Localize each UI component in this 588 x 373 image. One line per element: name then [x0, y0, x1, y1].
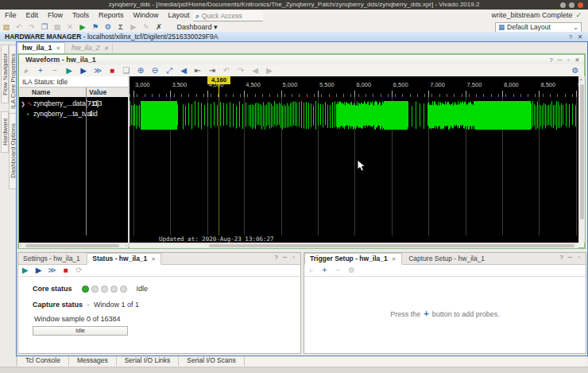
tab-serial-io-links[interactable]: Serial I/O Links: [117, 356, 180, 366]
scroll-thumb[interactable]: [580, 84, 584, 220]
trigger-marker-label[interactable]: 4,160: [207, 76, 230, 84]
help-icon[interactable]: ?: [566, 33, 575, 42]
ruler-tick-label: 5,000: [283, 81, 298, 88]
tab-hw-ila-1[interactable]: hw_ila_1✕: [17, 42, 65, 54]
auto-retrigger-icon[interactable]: ≫: [45, 264, 59, 276]
zoom-in-icon[interactable]: ⊕: [133, 64, 148, 76]
tab-status[interactable]: Status - hw_ila_1✕: [87, 253, 161, 265]
close-icon[interactable]: ✕: [151, 256, 156, 262]
export-data-icon[interactable]: ❏: [119, 64, 133, 76]
maximize-icon[interactable]: ▫: [289, 253, 298, 262]
waveform-ruler[interactable]: 4,160 3,0003,5004,0004,5005,0005,5006,00…: [130, 76, 578, 97]
zoom-out-icon[interactable]: ⊖: [148, 64, 162, 76]
remove-signal-icon[interactable]: −: [48, 64, 62, 76]
scroll-thumb[interactable]: [25, 244, 119, 247]
maximize-icon[interactable]: ▫: [574, 253, 583, 262]
ruler-major-tick: [502, 91, 503, 97]
redo-icon: ↷: [25, 21, 38, 32]
settings-icon[interactable]: ⚙: [102, 21, 114, 32]
pane-splitter[interactable]: [128, 76, 130, 247]
column-divider[interactable]: [86, 87, 87, 235]
open-project-icon[interactable]: ▤: [0, 21, 13, 32]
waveform-vscrollbar[interactable]: ▴: [578, 76, 585, 243]
cancel-icon[interactable]: ✗: [153, 21, 165, 32]
menu-window[interactable]: Window: [129, 10, 164, 21]
run-trigger-icon[interactable]: ▶: [18, 264, 32, 276]
add-signal-icon[interactable]: +: [33, 64, 48, 76]
chevron-down-icon: ▾: [214, 23, 218, 31]
copy-icon[interactable]: ❐: [38, 21, 51, 32]
help-icon[interactable]: ?: [557, 253, 566, 262]
waveform-hscrollbar[interactable]: [130, 243, 578, 248]
ruler-tick-label: 4,500: [246, 81, 261, 88]
menu-file[interactable]: File: [0, 10, 21, 21]
status-toolbar-icons: ▶▶≫■⟳: [18, 266, 86, 274]
tab-capture-setup[interactable]: Capture Setup - hw_ila_1: [404, 254, 489, 264]
auto-retrigger-icon[interactable]: ≫: [91, 64, 105, 76]
tab-label: Trigger Setup - hw_ila_1: [310, 254, 388, 262]
run-trigger-icon[interactable]: ▶: [62, 64, 76, 76]
help-icon[interactable]: ?: [272, 253, 280, 262]
find-icon[interactable]: ⌕: [19, 64, 33, 76]
close-icon[interactable]: ✕: [392, 256, 397, 262]
ruler-tick-label: 5,500: [319, 81, 335, 88]
report-icon[interactable]: Σ: [114, 21, 127, 32]
close-icon[interactable]: ✕: [103, 45, 108, 51]
add-probe-icon[interactable]: +: [318, 264, 331, 276]
minimize-icon[interactable]: ─: [566, 253, 574, 262]
tab-serial-io-scans[interactable]: Serial I/O Scans: [179, 356, 244, 366]
tab-messages[interactable]: Messages: [69, 356, 117, 366]
window-close-button[interactable]: [578, 2, 583, 8]
window-minimize-button[interactable]: [560, 2, 566, 8]
menu-flow[interactable]: Flow: [43, 10, 68, 21]
scroll-thumb[interactable]: [209, 244, 574, 247]
core-status-dot: [120, 286, 127, 293]
run-icon[interactable]: ▶: [76, 21, 89, 32]
waveform-options-icon[interactable]: ⚙: [568, 64, 582, 76]
signal-name: zynqberry_...ta_tvalid: [33, 109, 98, 119]
value-column-header[interactable]: Value: [89, 87, 106, 97]
minimize-icon[interactable]: ─: [280, 253, 289, 262]
signal-value: -113: [89, 99, 102, 109]
stop-trigger-icon[interactable]: ■: [105, 64, 119, 76]
goto-last-icon[interactable]: ⇥: [205, 64, 219, 76]
menu-edit[interactable]: Edit: [21, 10, 44, 21]
goto-cursor-icon[interactable]: ◀: [176, 64, 191, 76]
dashboard-dropdown[interactable]: Dashboard ▾: [177, 23, 218, 31]
sidebar-tab-dashboard-options[interactable]: Dashboard Options: [9, 113, 17, 189]
name-column-header[interactable]: Name: [32, 87, 50, 97]
quick-access-search[interactable]: ⌕Quick Access: [193, 11, 263, 21]
scroll-right-icon[interactable]: ›: [126, 243, 127, 248]
tab-trigger-setup[interactable]: Trigger Setup - hw_ila_1✕: [304, 253, 402, 265]
ruler-tick-label: 6,500: [393, 81, 408, 88]
sidebar-tab-flow-navigator[interactable]: Flow Navigator: [1, 45, 9, 103]
scroll-up-icon[interactable]: ▴: [580, 76, 582, 81]
program-device-icon[interactable]: ⚑: [89, 21, 102, 32]
tab-tcl-console[interactable]: Tcl Console: [17, 356, 69, 366]
sidebar-tab-ila-core-properties[interactable]: ILA Core Properties: [9, 45, 17, 118]
core-status-value: Idle: [137, 285, 149, 293]
close-icon[interactable]: ✕: [56, 45, 61, 51]
goto-first-icon[interactable]: ⇤: [191, 64, 205, 76]
ruler-major-tick: [207, 91, 208, 97]
scroll-left-icon[interactable]: ‹: [20, 243, 21, 248]
signal-pane-hscrollbar[interactable]: ‹ ›: [19, 243, 128, 248]
waveform-plot[interactable]: [130, 97, 578, 235]
layout-select-value: Default Layout: [507, 23, 551, 31]
zoom-fit-icon[interactable]: ⤢: [162, 64, 176, 76]
run-trigger-immediate-icon[interactable]: ▶: [32, 264, 45, 276]
stop-trigger-icon[interactable]: ■: [59, 264, 72, 276]
menu-reports[interactable]: Reports: [94, 10, 129, 21]
bitstream-status: write_bitstream Complete✓: [491, 10, 582, 21]
expander-icon[interactable]: ❯: [21, 99, 25, 109]
run-trigger-immediate-icon[interactable]: ▶: [76, 64, 91, 76]
window-maximize-button[interactable]: [569, 2, 574, 8]
menu-tools[interactable]: Tools: [68, 10, 94, 21]
menu-layout[interactable]: Layout: [164, 10, 195, 21]
signal-row-data[interactable]: ❯ ∿ zynqberry_...data[7:0] -113: [19, 99, 128, 109]
tab-hw-ila-2[interactable]: hw_ila_2✕: [68, 43, 113, 53]
signal-row-tvalid[interactable]: ▪ zynqberry_...ta_tvalid 1: [19, 109, 128, 119]
tab-settings[interactable]: Settings - hw_ila_1: [18, 254, 85, 264]
sidebar-tab-hardware[interactable]: Hardware: [1, 111, 9, 153]
close-icon[interactable]: ✕: [575, 33, 585, 42]
